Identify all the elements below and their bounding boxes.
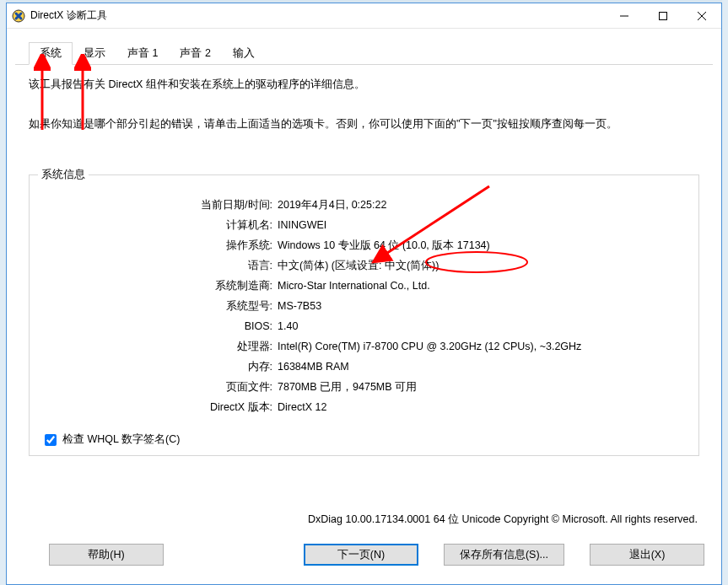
system-info-table: 当前日期/时间: 2019年4月4日, 0:25:22 计算机名: ININGW… bbox=[41, 196, 687, 416]
value-manufacturer: Micro-Star International Co., Ltd. bbox=[278, 276, 687, 295]
value-datetime: 2019年4月4日, 0:25:22 bbox=[278, 196, 687, 214]
value-processor: Intel(R) Core(TM) i7-8700 CPU @ 3.20GHz … bbox=[278, 337, 687, 356]
client-area: 系统 显示 声音 1 声音 2 输入 该工具报告有关 DirectX 组件和安装… bbox=[7, 29, 721, 584]
titlebar[interactable]: DirectX 诊断工具 bbox=[7, 3, 721, 29]
row-pagefile: 页面文件: 7870MB 已用，9475MB 可用 bbox=[41, 378, 687, 396]
tab-sound-2[interactable]: 声音 2 bbox=[169, 42, 221, 64]
row-manufacturer: 系统制造商: Micro-Star International Co., Ltd… bbox=[41, 276, 687, 295]
value-pagefile: 7870MB 已用，9475MB 可用 bbox=[278, 378, 687, 396]
label-computer: 计算机名: bbox=[41, 216, 278, 234]
value-model: MS-7B53 bbox=[278, 297, 687, 315]
help-button[interactable]: 帮助(H) bbox=[49, 544, 164, 566]
label-language: 语言: bbox=[41, 256, 278, 275]
tab-sound-1[interactable]: 声音 1 bbox=[116, 42, 169, 64]
next-button[interactable]: 下一页(N) bbox=[304, 544, 418, 566]
tab-input[interactable]: 输入 bbox=[222, 42, 266, 64]
row-os: 操作系统: Windows 10 专业版 64 位 (10.0, 版本 1713… bbox=[41, 236, 687, 255]
tab-system[interactable]: 系统 bbox=[29, 42, 73, 65]
intro-text: 该工具报告有关 DirectX 组件和安装在系统上的驱动程序的详细信息。 如果你… bbox=[29, 77, 701, 149]
dxdiag-icon bbox=[12, 9, 25, 23]
system-info-group: 系统信息 当前日期/时间: 2019年4月4日, 0:25:22 计算机名: I… bbox=[29, 174, 699, 456]
tab-display[interactable]: 显示 bbox=[73, 42, 116, 64]
label-dxver: DirectX 版本: bbox=[41, 398, 278, 416]
row-bios: BIOS: 1.40 bbox=[41, 317, 687, 335]
label-memory: 内存: bbox=[41, 357, 278, 376]
dxdiag-window: DirectX 诊断工具 系统 显示 声音 1 声音 2 输入 bbox=[6, 3, 722, 585]
value-language: 中文(简体) (区域设置: 中文(简体)) bbox=[278, 256, 687, 275]
row-computer: 计算机名: ININGWEI bbox=[41, 216, 687, 234]
row-dxver: DirectX 版本: DirectX 12 bbox=[41, 398, 687, 416]
label-model: 系统型号: bbox=[41, 297, 278, 315]
row-processor: 处理器: Intel(R) Core(TM) i7-8700 CPU @ 3.2… bbox=[41, 337, 687, 356]
background-strip-left bbox=[0, 0, 6, 585]
label-datetime: 当前日期/时间: bbox=[41, 196, 278, 214]
tab-bar: 系统 显示 声音 1 声音 2 输入 bbox=[15, 44, 713, 65]
value-memory: 16384MB RAM bbox=[278, 357, 687, 376]
minimize-button[interactable] bbox=[605, 3, 644, 29]
copyright-text: DxDiag 10.00.17134.0001 64 位 Unicode Cop… bbox=[27, 507, 701, 527]
whql-label: 检查 WHQL 数字签名(C) bbox=[62, 432, 180, 447]
svg-rect-1 bbox=[660, 12, 667, 19]
row-language: 语言: 中文(简体) (区域设置: 中文(简体)) bbox=[41, 256, 687, 275]
row-model: 系统型号: MS-7B53 bbox=[41, 297, 687, 315]
whql-checkbox-row: 检查 WHQL 数字签名(C) bbox=[41, 432, 687, 448]
close-button[interactable] bbox=[682, 3, 721, 29]
save-button[interactable]: 保存所有信息(S)... bbox=[444, 544, 564, 566]
group-legend: 系统信息 bbox=[38, 168, 89, 182]
value-dxver: DirectX 12 bbox=[278, 398, 687, 416]
intro-line-1: 该工具报告有关 DirectX 组件和安装在系统上的驱动程序的详细信息。 bbox=[29, 77, 701, 93]
maximize-button[interactable] bbox=[644, 3, 682, 29]
background-strip-right bbox=[722, 0, 728, 585]
row-memory: 内存: 16384MB RAM bbox=[41, 357, 687, 376]
label-pagefile: 页面文件: bbox=[41, 378, 278, 396]
label-os: 操作系统: bbox=[41, 236, 278, 255]
label-processor: 处理器: bbox=[41, 337, 278, 356]
label-bios: BIOS: bbox=[41, 317, 278, 335]
value-os: Windows 10 专业版 64 位 (10.0, 版本 17134) bbox=[278, 236, 687, 255]
value-bios: 1.40 bbox=[278, 317, 687, 335]
window-title: DirectX 诊断工具 bbox=[30, 8, 107, 23]
tab-content-system: 该工具报告有关 DirectX 组件和安装在系统上的驱动程序的详细信息。 如果你… bbox=[15, 65, 713, 534]
exit-button[interactable]: 退出(X) bbox=[590, 544, 704, 566]
value-computer: ININGWEI bbox=[278, 216, 687, 234]
row-datetime: 当前日期/时间: 2019年4月4日, 0:25:22 bbox=[41, 196, 687, 214]
button-row: 帮助(H) 下一页(N) 保存所有信息(S)... 退出(X) bbox=[15, 534, 713, 576]
label-manufacturer: 系统制造商: bbox=[41, 276, 278, 295]
intro-line-2: 如果你知道是哪个部分引起的错误，请单击上面适当的选项卡。否则，你可以使用下面的"… bbox=[29, 116, 701, 132]
whql-checkbox[interactable] bbox=[45, 434, 57, 446]
